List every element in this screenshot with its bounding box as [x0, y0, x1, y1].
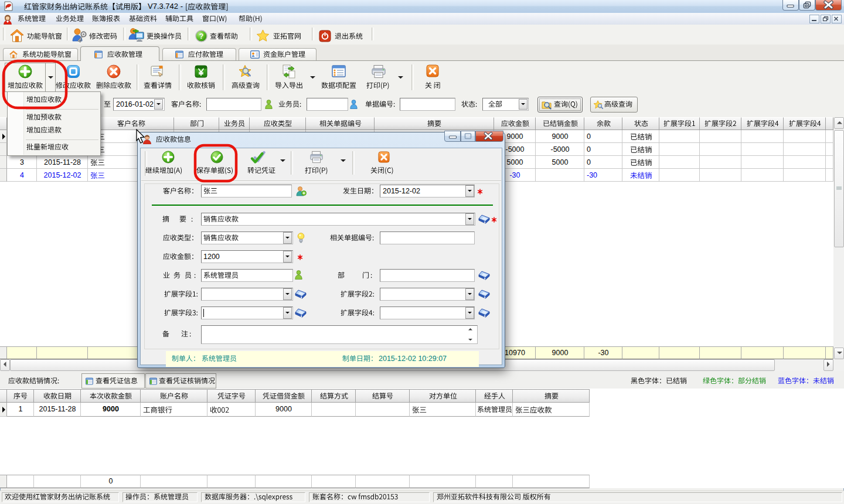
svg-text:?: ?: [199, 32, 204, 40]
